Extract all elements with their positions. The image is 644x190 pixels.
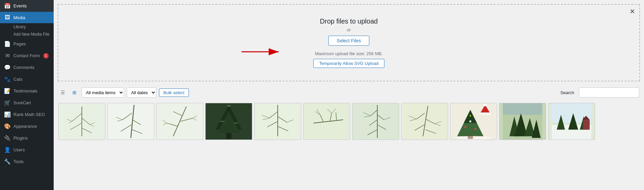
sidebar-label-tools: Tools <box>13 159 23 164</box>
sidebar-label-plugins: Plugins <box>13 136 28 141</box>
sidebar-label-rank-math: Rank Math SEO <box>13 112 45 117</box>
svg-point-33 <box>227 105 231 107</box>
svg-point-81 <box>470 115 471 116</box>
sidebar-item-surecart[interactable]: 🛒 SureCart <box>0 97 54 109</box>
allow-svg-button[interactable]: Temporarily Allow SVG Upload <box>313 59 384 68</box>
media-item-1[interactable] <box>58 103 105 140</box>
sidebar-label-comments: Comments <box>13 65 35 70</box>
red-arrow-icon <box>241 47 282 57</box>
media-grid <box>54 100 644 143</box>
svg-point-34 <box>220 121 225 122</box>
list-view-icon: ☰ <box>61 90 65 95</box>
sidebar-item-pages[interactable]: 📄 Pages <box>0 38 54 50</box>
rank-math-icon: 📊 <box>4 111 11 118</box>
grid-view-icon: ⊞ <box>72 90 76 95</box>
svg-point-80 <box>474 128 476 130</box>
sidebar-item-rank-math[interactable]: 📊 Rank Math SEO <box>0 109 54 120</box>
media-item-8[interactable] <box>401 103 448 140</box>
sidebar-item-add-new-media[interactable]: Add New Media File <box>0 31 54 38</box>
contact-form-badge: 1 <box>43 53 49 59</box>
sidebar-label-pages: Pages <box>13 41 26 46</box>
svg-point-79 <box>465 126 467 128</box>
sidebar-label-media: Media <box>13 15 25 20</box>
upload-info: Maximum upload file size: 256 MB. Tempor… <box>313 51 384 68</box>
appearance-icon: 🎨 <box>4 123 11 129</box>
users-icon: 👤 <box>4 147 11 153</box>
filter-media-select[interactable]: All media items <box>82 87 124 98</box>
plugins-icon: 🔌 <box>4 135 11 141</box>
media-item-5[interactable] <box>254 103 301 140</box>
search-input[interactable] <box>579 87 639 98</box>
media-item-9[interactable] <box>450 103 497 140</box>
svg-point-84 <box>484 104 486 106</box>
filter-date-select[interactable]: All dates <box>127 87 156 98</box>
main-content: ✕ Drop files to upload or Select Files M… <box>54 0 644 190</box>
contact-form-icon: ✉ <box>4 52 11 59</box>
sidebar-label-testimonials: Testimonials <box>13 88 38 93</box>
sidebar-item-contact-form[interactable]: ✉ Contact Form 1 <box>0 50 54 62</box>
svg-rect-32 <box>226 133 231 139</box>
sidebar-label-contact-form: Contact Form <box>13 53 40 58</box>
sidebar-label-users: Users <box>13 147 25 152</box>
surecart-icon: 🛒 <box>4 100 11 106</box>
media-item-4[interactable] <box>205 103 252 140</box>
testimonials-icon: 📝 <box>4 88 11 94</box>
bulk-select-button[interactable]: Bulk select <box>159 88 189 97</box>
sidebar-item-appearance[interactable]: 🎨 Appearance <box>0 120 54 132</box>
upload-drop-area: ✕ Drop files to upload or Select Files M… <box>58 4 640 81</box>
svg-rect-54 <box>356 103 395 140</box>
sidebar-label-events: Events <box>13 3 27 8</box>
sidebar-label-cats: Cats <box>13 77 22 82</box>
sidebar-label-appearance: Appearance <box>13 124 37 129</box>
close-button[interactable]: ✕ <box>630 8 635 15</box>
sidebar-label-add-new-media: Add New Media File <box>13 32 49 37</box>
select-files-button[interactable]: Select Files <box>328 36 369 46</box>
sidebar-item-testimonials[interactable]: 📝 Testimonials <box>0 85 54 97</box>
sidebar-label-surecart: SureCart <box>13 100 31 105</box>
events-icon: 📅 <box>4 3 11 9</box>
arrow-annotation <box>241 47 282 57</box>
svg-point-78 <box>469 120 471 122</box>
svg-rect-91 <box>503 103 542 115</box>
sidebar-item-users[interactable]: 👤 Users <box>0 144 54 156</box>
tools-icon: 🔧 <box>4 158 11 165</box>
grid-view-button[interactable]: ⊞ <box>70 88 79 97</box>
sidebar-item-comments[interactable]: 💬 Comments <box>0 62 54 73</box>
media-item-2[interactable] <box>107 103 154 140</box>
svg-rect-98 <box>583 120 590 129</box>
sidebar: 📅 Events 🖼 Media Library Add New Media F… <box>0 0 54 190</box>
drop-or-text: or <box>347 27 351 32</box>
pages-icon: 📄 <box>4 41 11 47</box>
media-item-10[interactable] <box>499 103 546 140</box>
media-item-3[interactable] <box>156 103 203 140</box>
sidebar-item-media[interactable]: 🖼 Media <box>0 12 54 23</box>
media-item-7[interactable] <box>352 103 399 140</box>
comments-icon: 💬 <box>4 64 11 71</box>
cats-icon: 🐾 <box>4 76 11 82</box>
search-label: Search <box>560 90 574 95</box>
svg-rect-64 <box>405 103 444 140</box>
sidebar-item-events[interactable]: 📅 Events <box>0 0 54 12</box>
svg-point-35 <box>234 122 238 124</box>
media-item-11[interactable] <box>548 103 595 140</box>
sidebar-item-plugins[interactable]: 🔌 Plugins <box>0 132 54 144</box>
sidebar-item-cats[interactable]: 🐾 Cats <box>0 73 54 85</box>
media-icon: 🖼 <box>4 14 11 21</box>
drop-title: Drop files to upload <box>320 17 378 25</box>
list-view-button[interactable]: ☰ <box>58 88 67 97</box>
sidebar-item-library[interactable]: Library <box>0 23 54 31</box>
svg-rect-83 <box>480 112 491 114</box>
media-item-6[interactable] <box>303 103 350 140</box>
media-toolbar: ☰ ⊞ All media items All dates Bulk selec… <box>54 85 644 100</box>
sidebar-item-tools[interactable]: 🔧 Tools <box>0 156 54 167</box>
sidebar-label-library: Library <box>13 25 26 29</box>
max-size-text: Maximum upload file size: 256 MB. <box>315 51 383 56</box>
